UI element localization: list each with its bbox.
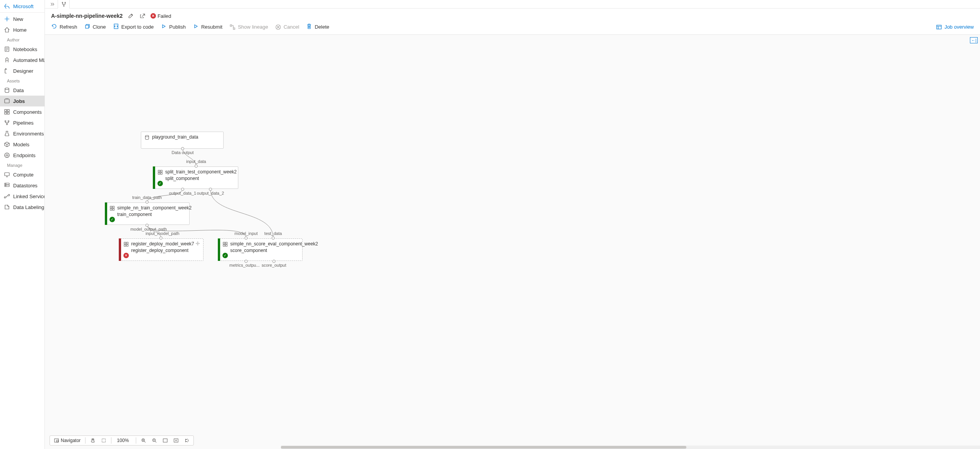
nav-jobs[interactable]: Jobs [0,96,44,106]
delete-button[interactable]: Delete [306,23,329,31]
node-playground-train-data[interactable]: playground_train_data [141,132,224,149]
svg-rect-30 [161,173,162,174]
svg-rect-3 [5,110,7,111]
new-button[interactable]: New [0,14,44,24]
svg-point-16 [5,185,6,186]
resubmit-button[interactable]: Resubmit [193,23,222,31]
port-input-data[interactable] [195,165,198,168]
status-bar-success [105,202,107,225]
port-output-data-1[interactable] [181,188,184,191]
move-icon [195,241,200,246]
select-tool[interactable] [99,437,108,444]
svg-rect-2 [5,99,9,103]
svg-rect-32 [113,206,114,208]
horizontal-scrollbar[interactable] [281,446,980,449]
nav-home[interactable]: Home [0,24,44,35]
tab-pipeline-graph[interactable] [58,0,70,9]
svg-point-15 [5,183,6,184]
port-metrics-output[interactable] [245,260,248,263]
zoom-level[interactable]: 100% [115,438,133,443]
pipeline-title: A-simple-nn-pipeline-week2 [51,13,123,19]
zoom-out[interactable] [150,437,159,444]
port-train-data-path[interactable] [145,201,149,204]
zoom-in[interactable] [139,437,148,444]
svg-rect-20 [86,25,89,28]
node-score-eval[interactable]: simple_nn_score_eval_component_week2 sco… [219,238,303,261]
new-label: New [13,16,23,22]
svg-rect-44 [56,440,58,442]
scrollbar-thumb[interactable] [281,446,686,449]
pipeline-canvas[interactable]: ←| playground_train_data Data output [45,35,980,449]
svg-rect-35 [124,242,126,244]
back-label: Microsoft [13,3,34,9]
port-input-model-path[interactable] [159,236,162,240]
nav-data[interactable]: Data [0,85,44,96]
auto-layout[interactable] [183,437,191,444]
status-bar-fail [119,238,121,261]
svg-rect-40 [226,242,227,244]
port-label: Data output [172,150,194,155]
nav-compute[interactable]: Compute [0,169,44,180]
tab-expand[interactable] [46,0,58,9]
nav-designer[interactable]: Designer [0,65,44,76]
share-icon[interactable] [139,12,146,19]
svg-rect-38 [127,245,128,246]
node-title: simple_nn_train_component_week2 [117,205,192,211]
nav-environments[interactable]: Environments [0,128,44,139]
node-subtitle: split_component [154,176,238,181]
port-model-output-path[interactable] [145,224,149,227]
port-score-output[interactable] [272,260,275,263]
pan-tool[interactable] [89,437,97,444]
nav-data-labeling[interactable]: Data Labeling [0,202,44,213]
node-simple-nn-train[interactable]: simple_nn_train_component_week2 train_co… [106,202,190,225]
job-overview-button[interactable]: Job overview [936,24,974,30]
port-label: model_input [234,231,258,236]
nav-automl[interactable]: Automated ML [0,55,44,65]
node-subtitle: train_component [106,212,189,217]
publish-button[interactable]: Publish [161,23,186,31]
svg-rect-28 [161,170,162,172]
node-subtitle: register_deploy_component [120,248,203,253]
edit-title-icon[interactable] [127,12,134,19]
clone-button[interactable]: Clone [84,23,106,31]
actual-size[interactable] [172,437,180,444]
svg-point-18 [65,2,65,3]
svg-rect-27 [158,170,160,172]
navigator-toggle[interactable]: Navigator [52,437,82,444]
svg-point-11 [6,154,8,156]
refresh-button[interactable]: Refresh [51,23,77,31]
success-icon: ✓ [157,181,163,186]
lineage-button: Show lineage [229,24,268,30]
nav-components[interactable]: Components [0,106,44,117]
port-test-data[interactable] [272,236,275,240]
port-data-output[interactable] [181,147,184,150]
svg-rect-39 [223,242,225,244]
section-author: Author [0,35,44,44]
svg-rect-48 [163,439,168,442]
toolbar: Refresh Clone Export to code Publish Res… [45,22,980,35]
fail-icon: ✕ [151,13,156,19]
node-register-deploy-model[interactable]: register_deploy_model_week7 register_dep… [120,238,204,261]
sidebar: Microsoft New Home Author Notebooks Auto… [0,0,45,449]
nav-datastores[interactable]: Datastores [0,180,44,191]
fit-screen[interactable] [161,437,169,444]
node-title: simple_nn_score_eval_component_week2 [230,241,318,247]
dataset-icon [144,135,150,140]
nav-endpoints[interactable]: Endpoints [0,150,44,161]
svg-rect-37 [124,245,126,246]
nav-models[interactable]: Models [0,139,44,150]
port-output-data-2[interactable] [209,188,212,191]
export-button[interactable]: Export to code [113,23,154,31]
node-split-train-test[interactable]: split_train_test_component_week2 split_c… [154,166,238,189]
svg-rect-49 [174,439,178,442]
back-to-microsoft[interactable]: Microsoft [0,1,44,12]
cancel-button: Cancel [275,24,299,30]
component-icon [157,170,163,175]
nav-notebooks[interactable]: Notebooks [0,44,44,55]
component-icon [123,242,129,247]
port-model-input[interactable] [245,236,248,240]
nav-linked-services[interactable]: Linked Services [0,191,44,202]
nav-pipelines[interactable]: Pipelines [0,117,44,128]
node-title: register_deploy_model_week7 [131,241,194,247]
status-bar-success [153,166,155,189]
